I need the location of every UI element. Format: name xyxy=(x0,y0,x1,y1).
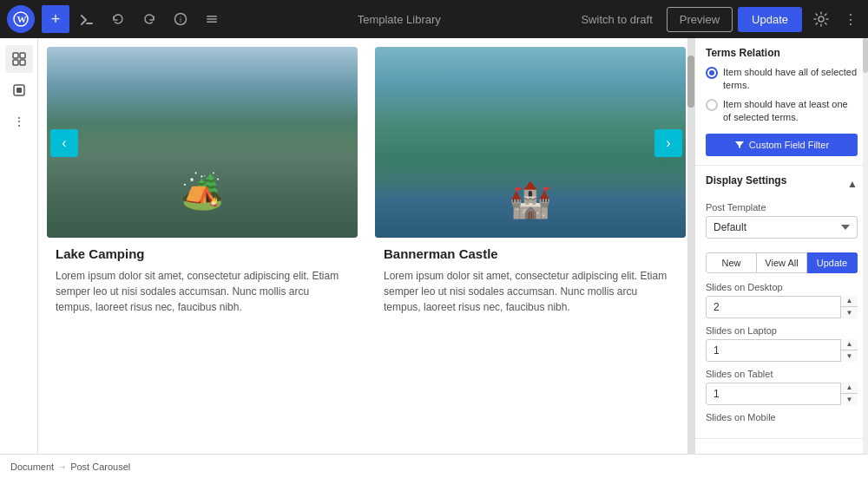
slide-item: Bannerman Castle Lorem ipsum dolor sit a… xyxy=(366,38,694,327)
custom-field-btn-label: Custom Field Filter xyxy=(749,140,829,150)
radio-all-indicator xyxy=(706,67,718,79)
display-settings-header: Display Settings ▲ xyxy=(706,174,858,193)
new-template-button[interactable]: New xyxy=(706,252,757,273)
terms-relation-section: Terms Relation Item should have all of s… xyxy=(695,38,868,166)
view-all-templates-button[interactable]: View All xyxy=(757,252,807,273)
post-template-select[interactable]: Default Template 1 Template 2 xyxy=(706,216,858,239)
canvas-scrollbar-thumb xyxy=(687,56,694,108)
slides-laptop-input-wrapper: ▲ ▼ xyxy=(706,339,858,362)
undo-button[interactable] xyxy=(104,5,132,33)
slides-laptop-decrement[interactable]: ▼ xyxy=(841,350,858,362)
breadcrumb-separator: → xyxy=(57,462,67,472)
slides-tablet-decrement[interactable]: ▼ xyxy=(841,394,858,405)
slides-tablet-input-wrapper: ▲ ▼ xyxy=(706,383,858,405)
svg-rect-5 xyxy=(207,18,217,20)
slides-container: Lake Camping Lorem ipsum dolor sit amet,… xyxy=(38,38,694,327)
slides-mobile-label: Slides on Mobile xyxy=(706,412,858,422)
switch-to-draft-button[interactable]: Switch to draft xyxy=(572,8,661,31)
canvas-area: ‹ › Lake Camping Lorem ipsum dolor sit a… xyxy=(38,38,694,454)
slide-desc-camping: Lorem ipsum dolor sit amet, consectetur … xyxy=(56,268,349,315)
slides-tablet-increment[interactable]: ▲ xyxy=(841,383,858,395)
display-settings-title: Display Settings xyxy=(706,174,786,187)
preview-button[interactable]: Preview xyxy=(667,7,733,32)
slides-desktop-label: Slides on Desktop xyxy=(706,282,858,292)
svg-rect-13 xyxy=(16,88,22,93)
update-button[interactable]: Update xyxy=(738,7,802,32)
post-template-field: Post Template Default Template 1 Templat… xyxy=(706,202,858,246)
slides-tablet-input[interactable] xyxy=(706,383,858,405)
terms-relation-title: Terms Relation xyxy=(706,47,858,59)
svg-rect-9 xyxy=(13,60,18,65)
slides-desktop-input-wrapper: ▲ ▼ xyxy=(706,296,858,318)
filter-icon xyxy=(734,140,745,150)
list-view-button[interactable] xyxy=(198,5,226,33)
slide-next-button[interactable]: › xyxy=(654,129,682,157)
slides-laptop-increment[interactable]: ▲ xyxy=(841,339,858,351)
radio-all-label: Item should have all of selected terms. xyxy=(723,66,858,93)
right-panel-scrollbar[interactable] xyxy=(863,38,868,454)
svg-rect-11 xyxy=(20,60,25,65)
svg-rect-4 xyxy=(207,16,217,17)
slides-laptop-field: Slides on Laptop ▲ ▼ xyxy=(706,325,858,362)
slides-tablet-label: Slides on Tablet xyxy=(706,369,858,379)
update-template-button[interactable]: Update xyxy=(807,252,858,273)
slides-desktop-increment[interactable]: ▲ xyxy=(841,296,858,308)
slides-desktop-field: Slides on Desktop ▲ ▼ xyxy=(706,282,858,318)
settings-gear-button[interactable] xyxy=(807,5,835,33)
slides-tablet-field: Slides on Tablet ▲ ▼ xyxy=(706,369,858,405)
slides-laptop-spinners: ▲ ▼ xyxy=(840,339,858,362)
slide-image-castle xyxy=(375,47,686,238)
post-template-label: Post Template xyxy=(706,202,858,213)
block-button[interactable] xyxy=(5,76,33,104)
slide-item: Lake Camping Lorem ipsum dolor sit amet,… xyxy=(38,38,366,327)
svg-rect-6 xyxy=(207,22,217,23)
radio-atleast-indicator xyxy=(706,99,718,111)
redo-button[interactable] xyxy=(135,5,163,33)
svg-point-7 xyxy=(819,16,824,22)
left-panel: ⋮ xyxy=(0,38,38,454)
panel-toggle-button[interactable] xyxy=(5,45,33,73)
svg-text:i: i xyxy=(180,16,181,24)
radio-group-terms: Item should have all of selected terms. … xyxy=(706,66,858,125)
more-left-button[interactable]: ⋮ xyxy=(5,108,33,135)
slide-image-camping xyxy=(47,47,358,238)
slide-desc-castle: Lorem ipsum dolor sit amet, consectetur … xyxy=(384,268,677,315)
canvas-scrollbar[interactable] xyxy=(687,38,694,454)
breadcrumb-bar: Document → Post Carousel xyxy=(0,454,868,478)
canvas-content: ‹ › Lake Camping Lorem ipsum dolor sit a… xyxy=(38,38,694,454)
custom-field-filter-button[interactable]: Custom Field Filter xyxy=(706,134,858,156)
svg-rect-8 xyxy=(13,53,18,58)
display-settings-section: Display Settings ▲ Post Template Default… xyxy=(695,166,868,439)
slides-desktop-input[interactable] xyxy=(706,296,858,318)
top-bar-actions: Switch to draft Preview Update ⋮ xyxy=(572,5,861,33)
breadcrumb-item[interactable]: Post Carousel xyxy=(70,462,130,472)
slides-desktop-decrement[interactable]: ▼ xyxy=(841,307,858,318)
slide-title-castle: Bannerman Castle xyxy=(384,246,677,261)
info-button[interactable]: i xyxy=(167,5,194,33)
slides-tablet-spinners: ▲ ▼ xyxy=(840,383,858,405)
top-bar: W + i Template Library Switch to draft P… xyxy=(0,0,868,38)
page-title: Template Library xyxy=(229,13,569,26)
radio-atleast-label: Item should have at least one of selecte… xyxy=(723,98,858,125)
slides-mobile-field: Slides on Mobile xyxy=(706,412,858,422)
add-block-button[interactable]: + xyxy=(42,5,69,33)
post-carousel-widget: ‹ › Lake Camping Lorem ipsum dolor sit a… xyxy=(38,38,694,327)
right-panel-scrollbar-thumb xyxy=(863,38,868,73)
breadcrumb-document[interactable]: Document xyxy=(10,462,54,472)
right-panel: Terms Relation Item should have all of s… xyxy=(694,38,868,454)
display-settings-collapse-button[interactable]: ▲ xyxy=(847,178,858,190)
slides-laptop-label: Slides on Laptop xyxy=(706,325,858,336)
post-template-action-group: New View All Update xyxy=(706,252,858,273)
slide-title-camping: Lake Camping xyxy=(56,246,349,261)
slide-prev-button[interactable]: ‹ xyxy=(50,129,78,157)
wordpress-logo[interactable]: W xyxy=(7,5,35,33)
tools-button[interactable] xyxy=(73,5,101,33)
slide-text-camping: Lake Camping Lorem ipsum dolor sit amet,… xyxy=(47,238,358,318)
svg-rect-10 xyxy=(20,53,25,58)
more-options-button[interactable]: ⋮ xyxy=(840,5,861,33)
slides-desktop-spinners: ▲ ▼ xyxy=(840,296,858,318)
slide-text-castle: Bannerman Castle Lorem ipsum dolor sit a… xyxy=(375,238,686,318)
radio-option-atleast[interactable]: Item should have at least one of selecte… xyxy=(706,98,858,125)
radio-option-all[interactable]: Item should have all of selected terms. xyxy=(706,66,858,93)
slides-laptop-input[interactable] xyxy=(706,339,858,362)
